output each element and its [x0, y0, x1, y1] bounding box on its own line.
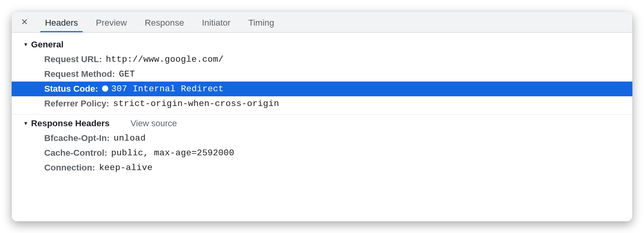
row-connection[interactable]: Connection: keep-alive [12, 160, 632, 175]
row-referrer-policy[interactable]: Referrer Policy: strict-origin-when-cros… [12, 96, 632, 111]
value: GET [119, 69, 135, 79]
headers-content: ▼ General Request URL: http://www.google… [12, 33, 632, 175]
network-headers-panel: ✕ Headers Preview Response Initiator Tim… [12, 12, 632, 221]
label: Bfcache-Opt-In: [44, 133, 110, 143]
label: Request Method: [44, 69, 115, 79]
view-source-link[interactable]: View source [131, 118, 177, 129]
label: Cache-Control: [44, 148, 107, 158]
row-request-url[interactable]: Request URL: http://www.google.com/ [12, 52, 632, 67]
disclosure-triangle-icon: ▼ [23, 42, 29, 47]
section-title: General [31, 40, 64, 50]
value: unload [114, 133, 146, 143]
label: Referrer Policy: [44, 99, 109, 109]
label: Request URL: [44, 54, 102, 64]
value: http://www.google.com/ [106, 54, 224, 64]
value: 307 Internal Redirect [102, 84, 224, 94]
value: keep-alive [99, 163, 152, 173]
tab-headers[interactable]: Headers [40, 12, 83, 32]
tab-initiator[interactable]: Initiator [197, 12, 235, 32]
row-cache-control[interactable]: Cache-Control: public, max-age=2592000 [12, 146, 632, 160]
tab-response[interactable]: Response [140, 12, 189, 32]
close-icon[interactable]: ✕ [16, 18, 32, 26]
value: strict-origin-when-cross-origin [113, 99, 279, 109]
row-status-code[interactable]: Status Code: 307 Internal Redirect [12, 82, 632, 96]
tab-preview[interactable]: Preview [91, 12, 132, 32]
tabs-bar: ✕ Headers Preview Response Initiator Tim… [12, 12, 632, 33]
value: public, max-age=2592000 [111, 148, 234, 158]
section-title: Response Headers [31, 118, 110, 129]
row-request-method[interactable]: Request Method: GET [12, 67, 632, 82]
section-response-headers-header[interactable]: ▼ Response Headers View source [12, 114, 632, 131]
label: Connection: [44, 163, 95, 173]
disclosure-triangle-icon: ▼ [23, 120, 29, 126]
label: Status Code: [44, 84, 98, 94]
status-code-text: 307 Internal Redirect [111, 84, 224, 94]
row-bfcache-opt-in[interactable]: Bfcache-Opt-In: unload [12, 131, 632, 146]
section-general-header[interactable]: ▼ General [12, 37, 632, 52]
tab-timing[interactable]: Timing [244, 12, 279, 32]
status-dot-icon [102, 85, 108, 92]
